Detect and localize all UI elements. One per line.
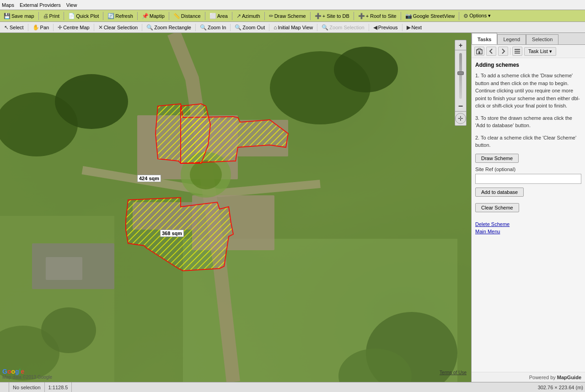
maptip-icon: 📌 bbox=[142, 13, 149, 19]
zoom-slider[interactable] bbox=[459, 53, 462, 99]
select-icon: ↖ bbox=[4, 24, 9, 31]
google-streetview-button[interactable]: 📷 Google StreetView bbox=[403, 11, 458, 21]
distance-button[interactable]: 📏 Distance bbox=[171, 11, 204, 21]
print-label: Print bbox=[49, 13, 60, 19]
clear-selection-button[interactable]: ✕ Clear Selection bbox=[95, 23, 141, 32]
options-label: Options ▾ bbox=[469, 13, 491, 19]
refresh-label: Refresh bbox=[115, 13, 133, 19]
maptip-button[interactable]: 📌 Maptip bbox=[139, 11, 167, 21]
panel-tabs: Tasks Legend Selection bbox=[472, 33, 585, 45]
quick-plot-button[interactable]: 📄 Quick Plot bbox=[65, 11, 102, 21]
powered-by-label: Powered by bbox=[529, 375, 556, 380]
right-panel: Tasks Legend Selection bbox=[471, 33, 585, 382]
draw-scheme-panel-button[interactable]: Draw Scheme bbox=[475, 154, 519, 163]
tb-sep-4 bbox=[137, 12, 138, 20]
tb-sep-10 bbox=[354, 12, 354, 20]
svg-rect-27 bbox=[515, 51, 520, 52]
options-button[interactable]: ⚙ Options ▾ bbox=[461, 11, 494, 21]
powered-by-brand: MapGuide bbox=[557, 375, 581, 380]
azimuth-label: Azimuth bbox=[242, 13, 260, 19]
draw-scheme-icon: ✏ bbox=[269, 13, 274, 19]
status-scale-value: 1128.5 bbox=[53, 385, 68, 390]
zoom-rectangle-button[interactable]: 🔍 Zoom Rectangle bbox=[143, 23, 194, 32]
google-logo: Google bbox=[2, 368, 24, 375]
zoom-plus-button[interactable]: + bbox=[455, 40, 466, 50]
zoom-controls: + − ✛ bbox=[455, 40, 467, 126]
forward-icon bbox=[500, 48, 506, 54]
toolbar-row2: ↖ Select ✋ Pan ✛ Centre Map ✕ Clear Sele… bbox=[0, 22, 585, 33]
terms-link[interactable]: Terms of Use bbox=[440, 370, 467, 375]
status-coords: 302.76 × 223.64 (m) bbox=[72, 382, 585, 392]
status-nbsp-text bbox=[4, 385, 5, 390]
map-area[interactable]: 424 sqm 368 sqm + − ✛ Google Map data ©2… bbox=[0, 33, 471, 382]
panel-back-button[interactable] bbox=[486, 47, 496, 56]
pan-button[interactable]: ✋ Pan bbox=[29, 23, 53, 32]
previous-button[interactable]: ◀ Previous bbox=[370, 23, 401, 32]
panel-instructions-step1: 1. To add a scheme click the 'Draw schem… bbox=[475, 72, 581, 110]
area-button[interactable]: ⬜ Area bbox=[207, 11, 231, 21]
tb-sep-2 bbox=[64, 12, 64, 20]
clear-scheme-panel-button[interactable]: Clear Scheme bbox=[475, 203, 519, 212]
tb2-sep-4 bbox=[142, 24, 142, 31]
tb-sep-7 bbox=[232, 12, 232, 20]
powered-by-bar: Powered by MapGuide bbox=[472, 372, 585, 382]
zoom-in-button[interactable]: 🔍 Zoom In bbox=[197, 23, 229, 32]
tb2-sep-7 bbox=[269, 24, 269, 31]
pan-icon: ✋ bbox=[32, 24, 39, 31]
centre-map-label: Centre Map bbox=[63, 25, 89, 30]
zoom-handle[interactable] bbox=[457, 71, 464, 75]
tb-sep-9 bbox=[310, 12, 311, 20]
draw-scheme-label: Draw Scheme bbox=[274, 13, 306, 19]
initial-map-view-button[interactable]: ⌂ Initial Map View bbox=[270, 23, 316, 32]
next-button[interactable]: ▶ Next bbox=[403, 23, 425, 32]
menu-view[interactable]: View bbox=[66, 2, 77, 8]
panel-instructions-step2: 2. To clear a scheme click the 'Clear Sc… bbox=[475, 134, 581, 149]
tab-selection[interactable]: Selection bbox=[526, 34, 558, 44]
print-button[interactable]: 🖨 Print bbox=[40, 11, 63, 21]
previous-icon: ◀ bbox=[373, 24, 377, 31]
site-to-db-button[interactable]: ➕ + Site to DB bbox=[312, 11, 352, 21]
print-icon: 🖨 bbox=[43, 13, 48, 19]
panel-home-button[interactable] bbox=[474, 47, 484, 56]
save-map-button[interactable]: 💾 Save map bbox=[1, 11, 37, 21]
add-to-db-button[interactable]: Add to database bbox=[475, 188, 524, 197]
tab-tasks[interactable]: Tasks bbox=[472, 33, 497, 44]
zoom-in-icon: 🔍 bbox=[200, 24, 207, 31]
task-list-button[interactable]: Task List ▾ bbox=[524, 47, 556, 56]
refresh-button[interactable]: 🔄 Refresh bbox=[105, 11, 136, 21]
status-coords-text: 302.76 × 223.64 (m) bbox=[538, 385, 583, 390]
draw-scheme-button[interactable]: ✏ Draw Scheme bbox=[266, 11, 309, 21]
status-bar: No selection 1: 1128.5 302.76 × 223.64 (… bbox=[0, 382, 585, 392]
azimuth-button[interactable]: ↗ Azimuth bbox=[234, 11, 263, 21]
svg-rect-25 bbox=[478, 51, 480, 54]
panel-toolbar: Task List ▾ bbox=[472, 45, 585, 58]
tb2-sep-3 bbox=[94, 24, 94, 31]
pan-control[interactable]: ✛ bbox=[455, 113, 466, 124]
zoom-out-button[interactable]: 🔍 Zoom Out bbox=[231, 23, 268, 32]
select-button[interactable]: ↖ Select bbox=[1, 23, 27, 32]
zoom-rectangle-label: Zoom Rectangle bbox=[154, 25, 191, 30]
zoom-selection-button[interactable]: 🔍 Zoom Selection bbox=[318, 23, 367, 32]
area-icon: ⬜ bbox=[209, 13, 216, 19]
roof-to-site-button[interactable]: ➕ + Roof to Site bbox=[355, 11, 399, 21]
previous-label: Previous bbox=[378, 25, 398, 30]
menu-maps[interactable]: Maps bbox=[2, 2, 14, 8]
clear-selection-label: Clear Selection bbox=[104, 25, 138, 30]
tab-legend[interactable]: Legend bbox=[497, 34, 526, 44]
zoom-minus-button[interactable]: − bbox=[455, 102, 466, 112]
delete-scheme-link[interactable]: Delete Scheme bbox=[475, 221, 581, 227]
area-label: Area bbox=[217, 13, 228, 19]
centre-map-button[interactable]: ✛ Centre Map bbox=[54, 23, 92, 32]
clear-selection-icon: ✕ bbox=[98, 24, 103, 31]
tb-sep-12 bbox=[459, 12, 459, 20]
quick-plot-label: Quick Plot bbox=[76, 13, 99, 19]
panel-forward-button[interactable] bbox=[498, 47, 508, 56]
panel-instructions-step3: 3. To store the drawn scheme area click … bbox=[475, 114, 581, 129]
distance-label: Distance bbox=[181, 13, 201, 19]
svg-rect-26 bbox=[515, 49, 520, 50]
zoom-out-icon: 🔍 bbox=[235, 24, 242, 31]
main-menu-link[interactable]: Main Menu bbox=[475, 229, 581, 234]
menu-external-providers[interactable]: External Providers bbox=[20, 2, 61, 8]
roof-to-site-label: + Roof to Site bbox=[366, 13, 397, 19]
site-ref-input[interactable] bbox=[475, 174, 581, 184]
